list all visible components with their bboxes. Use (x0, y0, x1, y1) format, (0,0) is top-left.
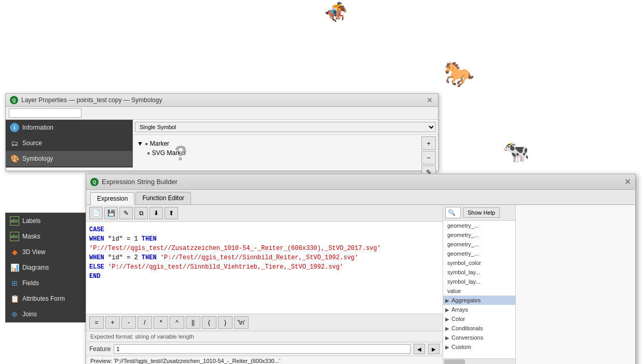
function-item-symbol-color[interactable]: symbol_color (443, 258, 515, 268)
sidebar-item-labels-label: Labels (22, 217, 40, 225)
sidebar-item-symbology[interactable]: 🎨 Symbology (6, 151, 132, 166)
arrays-arrow-icon: ▶ (445, 307, 449, 313)
source-icon: 🗂 (10, 138, 19, 148)
concat-button[interactable]: || (186, 316, 200, 329)
fields-icon: ⊞ (10, 278, 19, 288)
equals-button[interactable]: = (89, 316, 104, 329)
function-group-conversions[interactable]: ▶ Conversions (443, 333, 515, 342)
layer-properties-window: Q Layer Properties — points_test copy — … (5, 93, 439, 171)
sidebar-item-source[interactable]: 🗂 Source (6, 135, 132, 151)
search-icon: 🔍 (448, 209, 456, 216)
power-button[interactable]: ^ (170, 316, 184, 329)
expected-format-value: string of variable length (135, 333, 194, 340)
function-group-color-label: Color (451, 316, 465, 322)
function-group-conversions-label: Conversions (451, 334, 483, 341)
sidebar-item-fields-label: Fields (22, 279, 39, 287)
close-paren-button[interactable]: ) (218, 316, 232, 329)
cow-icon: 🐄 (502, 139, 529, 164)
show-help-button[interactable]: Show Help (463, 207, 500, 218)
horse-rider-icon: 🏇 (324, 1, 348, 23)
custom-arrow-icon: ▶ (445, 344, 449, 350)
symbology-icon: 🎨 (10, 154, 19, 163)
new-expression-button[interactable]: 📄 (89, 207, 103, 219)
remove-symbol-button[interactable]: − (421, 151, 436, 164)
expression-qgis-icon: Q (90, 178, 99, 186)
symbol-type-dropdown[interactable]: Single Symbol (135, 122, 436, 132)
expression-string-builder-window: Q Expression String Builder ✕ Expression… (86, 174, 636, 364)
function-item-symbol-lay2[interactable]: symbol_lay... (443, 277, 515, 286)
open-paren-button[interactable]: ( (202, 316, 216, 329)
function-group-color[interactable]: ▶ Color (443, 314, 515, 324)
function-item-geometry1[interactable]: geometry_... (443, 221, 515, 230)
masks-icon: abc (10, 232, 19, 241)
attributes-form-icon: 📋 (10, 294, 19, 303)
function-group-arrays-label: Arrays (451, 306, 468, 313)
search-box-container[interactable]: 🔍 (445, 207, 461, 218)
question-mark-icon: ? (174, 142, 187, 165)
expected-format-label: Expected format: (90, 333, 133, 340)
3d-view-icon: ◆ (10, 247, 19, 257)
function-item-symbol-lay1[interactable]: symbol_lay... (443, 268, 515, 277)
labels-icon: abc (10, 216, 19, 226)
color-arrow-icon: ▶ (445, 316, 449, 322)
layer-properties-search-input[interactable] (9, 108, 81, 118)
function-group-custom[interactable]: ▶ Custom (443, 342, 515, 352)
horizontal-scrollbar[interactable] (443, 358, 515, 364)
information-icon: i (10, 123, 19, 132)
save-expression-button[interactable]: 💾 (104, 207, 118, 219)
search-show-help-bar: 🔍 Show Help (443, 205, 515, 221)
expression-editor-panel: 📄 💾 ✎ ⧉ ⬇ ⬆ CASE WHEN "id" = 1 THEN 'P:/… (86, 205, 443, 364)
functions-list: geometry_... geometry_... geometry_... g… (443, 221, 515, 358)
qgis-logo-icon: Q (10, 96, 18, 104)
edit-expression-button[interactable]: ✎ (119, 207, 133, 219)
multiply-button[interactable]: * (154, 316, 168, 329)
preview-label: Preview: (90, 358, 112, 364)
expression-builder-title: Expression String Builder (102, 178, 177, 186)
sidebar-item-information[interactable]: i Information (6, 120, 132, 135)
feature-prev-button[interactable]: ◀ (414, 344, 425, 354)
copy-expression-button[interactable]: ⧉ (134, 207, 148, 219)
function-item-value[interactable]: value (443, 286, 515, 296)
minus-button[interactable]: - (121, 316, 136, 329)
code-editor[interactable]: CASE WHEN "id" = 1 THEN 'P://Test//qgis_… (86, 222, 443, 314)
feature-next-button[interactable]: ▶ (428, 344, 440, 354)
joins-icon: ⊕ (10, 310, 19, 319)
feature-label: Feature (89, 345, 111, 353)
sidebar-item-3d-view-label: 3D View (22, 248, 45, 256)
preview-bar: Preview: 'P://Test//qgis_test//Zusatzzei… (86, 356, 443, 364)
expression-builder-close-button[interactable]: ✕ (624, 177, 631, 187)
diagrams-icon: 📊 (10, 263, 19, 272)
function-item-geometry2[interactable]: geometry_... (443, 230, 515, 240)
aggregates-arrow-icon: ▶ (445, 298, 449, 303)
conditionals-arrow-icon: ▶ (445, 326, 449, 331)
marker-expand-icon: ▼ (137, 140, 143, 147)
add-symbol-button[interactable]: + (421, 136, 436, 150)
symbol-toolbar: Single Symbol (133, 120, 438, 135)
sidebar-item-joins-label: Joins (22, 311, 37, 318)
sidebar-item-information-label: Information (22, 124, 53, 131)
plus-button[interactable]: + (105, 316, 120, 329)
symbol-row-svg-marker[interactable]: ■ SVG Marker (147, 148, 434, 158)
editor-toolbar: 📄 💾 ✎ ⧉ ⬇ ⬆ (86, 205, 443, 222)
marker-label: Marker (150, 140, 169, 147)
expression-body: 📄 💾 ✎ ⧉ ⬇ ⬆ CASE WHEN "id" = 1 THEN 'P:/… (86, 205, 635, 364)
function-group-conditionals[interactable]: ▶ Conditionals (443, 324, 515, 333)
import-expression-button[interactable]: ⬇ (149, 207, 163, 219)
function-group-aggregates[interactable]: ▶ Aggregates (443, 296, 515, 305)
preview-value: 'P://Test//qgis_test//Zusatzzeichen_1010… (114, 358, 280, 364)
functions-panel: 🔍 Show Help geometry_... geometry_... ge… (443, 205, 516, 364)
svg-marker-dot-icon: ■ (147, 151, 150, 156)
layer-properties-close-button[interactable]: ✕ (426, 96, 434, 104)
expression-tabs: Expression Function Editor (86, 190, 635, 205)
marker-dot-icon: ■ (145, 142, 148, 146)
newline-button[interactable]: '\n' (234, 316, 249, 329)
tab-expression[interactable]: Expression (90, 192, 134, 205)
function-item-geometry4[interactable]: geometry_... (443, 249, 515, 258)
feature-input[interactable] (114, 344, 410, 354)
tab-function-editor[interactable]: Function Editor (135, 192, 191, 204)
divide-button[interactable]: / (138, 316, 152, 329)
export-expression-button[interactable]: ⬆ (165, 207, 178, 219)
function-group-arrays[interactable]: ▶ Arrays (443, 305, 515, 314)
help-panel (516, 205, 635, 364)
function-item-geometry3[interactable]: geometry_... (443, 240, 515, 249)
